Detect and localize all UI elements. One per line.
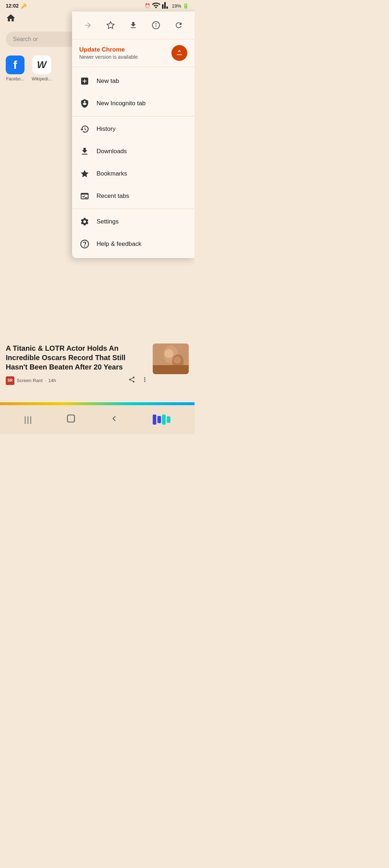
- svg-marker-7: [107, 22, 114, 28]
- menu-item-history[interactable]: History: [72, 118, 194, 140]
- menu-item-help[interactable]: Help & feedback: [72, 233, 194, 255]
- alarm-icon: ⏰: [145, 3, 150, 8]
- article-time: 14h: [48, 378, 56, 383]
- square-icon[interactable]: [66, 414, 76, 425]
- forward-button[interactable]: [80, 17, 96, 33]
- menu-item-incognito[interactable]: New Incognito tab: [72, 92, 194, 115]
- shortcut-facebook[interactable]: f Facebo...: [6, 56, 24, 81]
- update-chrome-banner[interactable]: Update Chrome Newer version is available: [72, 39, 194, 67]
- downloads-icon: [79, 146, 90, 157]
- colorbar-icon[interactable]: [153, 415, 170, 425]
- incognito-label: New Incognito tab: [97, 100, 146, 107]
- menu-toolbar: [72, 12, 194, 39]
- article-thumbnail: [153, 344, 189, 374]
- update-title: Update Chrome: [79, 46, 138, 53]
- history-icon: [79, 124, 90, 134]
- download-button[interactable]: [125, 17, 141, 33]
- dropdown-menu: Update Chrome Newer version is available…: [72, 12, 194, 258]
- help-icon: [79, 239, 90, 249]
- article-card[interactable]: A Titanic & LOTR Actor Holds An Incredib…: [0, 336, 194, 391]
- back-icon[interactable]: [109, 414, 119, 425]
- svg-rect-3: [153, 365, 189, 374]
- menu-lines-icon[interactable]: |||: [24, 415, 32, 424]
- article-source: SR Screen Rant · 14h: [6, 376, 56, 385]
- divider-2: [72, 209, 194, 209]
- help-label: Help & feedback: [97, 240, 142, 248]
- new-tab-label: New tab: [97, 78, 119, 85]
- bottom-nav: |||: [0, 405, 194, 434]
- info-button[interactable]: [148, 17, 164, 33]
- menu-item-downloads[interactable]: Downloads: [72, 140, 194, 163]
- svg-point-4: [165, 349, 173, 358]
- facebook-label: Facebo...: [6, 76, 24, 81]
- article-title: A Titanic & LOTR Actor Holds An Incredib…: [6, 344, 148, 372]
- status-time: 12:02: [6, 3, 19, 9]
- downloads-label: Downloads: [97, 148, 127, 155]
- bookmark-button[interactable]: [103, 17, 119, 33]
- bottom-strip: [0, 402, 194, 405]
- shortcut-wikipedia[interactable]: W Wikipedi...: [32, 56, 52, 81]
- svg-point-5: [174, 356, 181, 364]
- settings-label: Settings: [97, 218, 119, 225]
- recent-tabs-icon: [79, 191, 90, 201]
- update-subtitle: Newer version is available: [79, 54, 138, 60]
- wikipedia-icon: W: [32, 56, 51, 74]
- menu-item-settings[interactable]: Settings: [72, 211, 194, 233]
- source-logo: SR: [6, 376, 14, 385]
- new-tab-icon: [79, 76, 90, 87]
- history-label: History: [97, 125, 116, 133]
- status-icons: ⏰ 19% 🔋: [145, 1, 189, 11]
- divider-1: [72, 116, 194, 116]
- bookmarks-icon: [79, 168, 90, 179]
- share-icon[interactable]: [128, 376, 135, 385]
- battery-text: 19%: [172, 3, 181, 9]
- incognito-icon: [79, 98, 90, 109]
- menu-item-bookmarks[interactable]: Bookmarks: [72, 163, 194, 185]
- menu-item-recent-tabs[interactable]: Recent tabs: [72, 185, 194, 207]
- status-bar: 12:02 🔑 ⏰ 19% 🔋: [0, 0, 194, 12]
- source-dot: ·: [45, 378, 46, 383]
- refresh-button[interactable]: [171, 17, 187, 33]
- source-name: Screen Rant: [17, 378, 43, 383]
- search-placeholder: Search or: [13, 36, 38, 42]
- update-button[interactable]: [171, 45, 187, 61]
- bookmarks-label: Bookmarks: [97, 170, 127, 177]
- settings-icon: [79, 216, 90, 227]
- article-actions: [128, 376, 148, 385]
- recent-tabs-label: Recent tabs: [97, 192, 129, 200]
- menu-item-new-tab[interactable]: New tab: [72, 70, 194, 92]
- wifi-icon: [152, 1, 160, 11]
- svg-rect-6: [67, 415, 75, 422]
- wikipedia-label: Wikipedi...: [32, 76, 52, 81]
- key-icon: 🔑: [21, 3, 27, 9]
- more-icon[interactable]: [141, 376, 148, 385]
- menu-list: New tab New Incognito tab History Downlo…: [72, 67, 194, 258]
- facebook-icon: f: [6, 56, 24, 74]
- signal-icon: [162, 1, 170, 11]
- battery-icon: 🔋: [183, 3, 189, 9]
